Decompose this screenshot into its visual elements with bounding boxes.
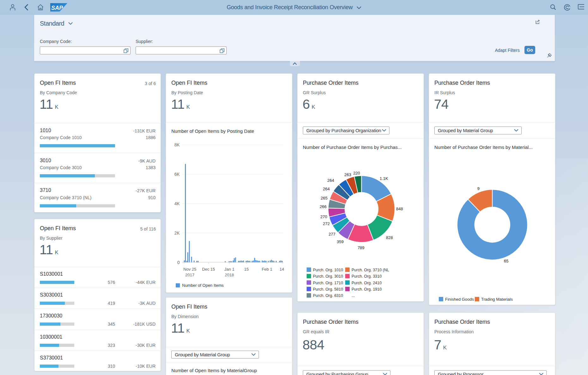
svg-text:848: 848 [396,206,403,211]
svg-text:2K: 2K [174,231,180,236]
svg-text:Purch. Org. 1010: Purch. Org. 1010 [313,268,343,272]
svg-text:Dec 15: Dec 15 [202,267,215,272]
svg-text:Purch. Org. 5810: Purch. Org. 5810 [313,287,343,292]
svg-text:0: 0 [177,260,180,265]
svg-text:Nov 25: Nov 25 [183,267,196,272]
svg-text:359: 359 [337,239,344,244]
svg-text:Number of Open Items: Number of Open Items [182,283,224,288]
svg-text:828: 828 [386,235,393,240]
svg-text:263: 263 [344,172,351,177]
svg-text:Jan 1: Jan 1 [224,267,235,272]
svg-text:272: 272 [323,221,330,226]
svg-text:Feb 1: Feb 1 [262,267,272,272]
svg-text:8K: 8K [174,142,180,147]
svg-text:Purch. Org. 1710: Purch. Org. 1710 [313,281,343,285]
svg-text:1.1K: 1.1K [380,176,388,181]
svg-text:277: 277 [328,232,335,237]
svg-text:789: 789 [358,245,364,250]
svg-text:270: 270 [320,214,327,219]
svg-text:Purch. Org. 3310: Purch. Org. 3310 [352,274,382,279]
svg-text:Purch. Org. 3010: Purch. Org. 3010 [313,274,343,279]
svg-text:4K: 4K [174,201,180,206]
svg-text:2017: 2017 [185,273,194,277]
svg-text:Purch. Org. 2410: Purch. Org. 2410 [352,281,382,285]
svg-text:14: 14 [279,267,284,272]
svg-text:Finished Goods: Finished Goods [445,297,474,302]
svg-text:Purch. Org. 1910: Purch. Org. 1910 [352,287,382,292]
svg-text:9: 9 [477,186,480,191]
svg-text:Purch. Org. 6310: Purch. Org. 6310 [313,293,343,298]
svg-text:6K: 6K [174,172,180,177]
svg-text:Trading Materials: Trading Materials [481,297,513,302]
svg-text:264: 264 [327,178,334,183]
svg-text:220: 220 [353,171,360,175]
svg-text:Purch. Org. 3710 (NL: Purch. Org. 3710 (NL [352,268,389,272]
svg-text:15: 15 [244,267,248,272]
svg-text:...: ... [352,293,355,298]
svg-text:264: 264 [323,187,330,191]
svg-text:266: 266 [320,204,327,209]
svg-text:65: 65 [504,259,508,263]
svg-text:265: 265 [321,196,328,200]
svg-text:2018: 2018 [225,273,234,277]
